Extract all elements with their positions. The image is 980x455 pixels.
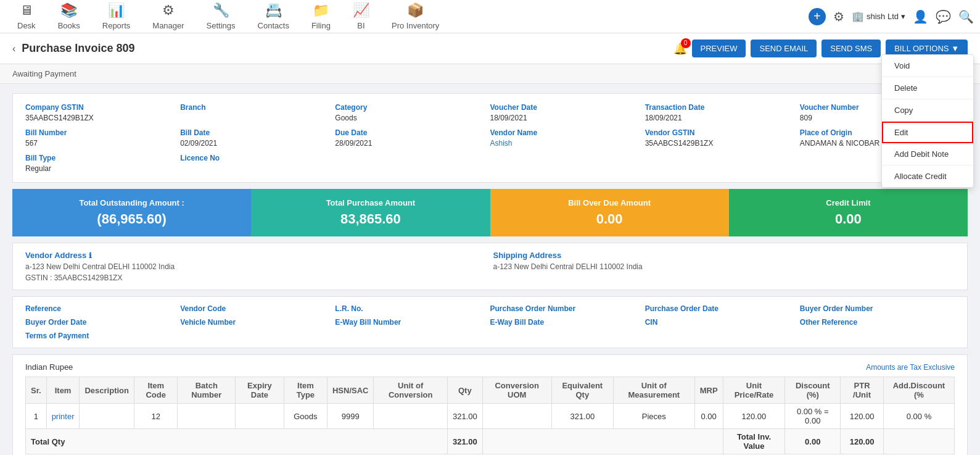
shipping-address-block: Shipping Address a-123 New Delhi Central… bbox=[493, 251, 955, 282]
row-expiry bbox=[236, 404, 284, 429]
notification-badge: 0 bbox=[681, 38, 691, 48]
voucher-date-cell: Voucher Date 18/09/2021 bbox=[490, 103, 645, 122]
row-uom: Pieces bbox=[613, 404, 694, 429]
notification-icon[interactable]: 🔔 0 bbox=[673, 42, 687, 56]
bill-options-dropdown: Void Delete Copy Edit Add Debit Note All… bbox=[881, 54, 974, 188]
purchase-value: 83,865.60 bbox=[263, 211, 477, 227]
eway-bill-label: E-Way Bill Number bbox=[335, 318, 490, 327]
due-date-cell: Due Date 28/09/2021 bbox=[335, 128, 490, 148]
preview-button[interactable]: PREVIEW bbox=[692, 40, 746, 57]
reference-label: Reference bbox=[25, 304, 180, 313]
nav-pro-inventory[interactable]: 📦 Pro Inventory bbox=[381, 2, 450, 30]
vehicle-label: Vehicle Number bbox=[180, 318, 335, 327]
col-hsn: HSN/SAC bbox=[327, 377, 374, 404]
lr-no-label: L.R. No. bbox=[335, 304, 490, 313]
terms-label: Terms of Payment bbox=[25, 332, 955, 340]
buyer-order-date-field: Buyer Order Date bbox=[25, 318, 180, 327]
gear-icon[interactable]: ⚙ bbox=[833, 9, 844, 24]
total-inv-value2: 120.00 bbox=[841, 429, 884, 454]
nav-settings[interactable]: 🔧 Settings bbox=[196, 2, 247, 30]
vendor-address-link[interactable]: Vendor Address ℹ bbox=[25, 251, 487, 260]
nav-bi[interactable]: 📈 BI bbox=[342, 2, 381, 30]
chevron-down-icon[interactable]: ▾ bbox=[901, 12, 905, 21]
add-button[interactable]: + bbox=[809, 8, 826, 25]
desk-icon: 🖥 bbox=[20, 2, 33, 19]
buyer-order-date-label: Buyer Order Date bbox=[25, 318, 180, 327]
col-unit-conv: Unit of Conversion bbox=[374, 377, 447, 404]
nav-manager[interactable]: ⚙ Manager bbox=[141, 2, 195, 30]
row-discount: 0.00 % = 0.00 bbox=[785, 404, 841, 429]
table-tax-note: Amounts are Tax Exclusive bbox=[866, 363, 955, 372]
vendor-name-cell: Vendor Name Ashish bbox=[490, 128, 645, 148]
vehicle-field: Vehicle Number bbox=[180, 318, 335, 327]
licence-no-cell: Licence No bbox=[180, 154, 335, 173]
search-icon[interactable]: 🔍 bbox=[958, 9, 974, 24]
bill-date-value: 02/09/2021 bbox=[180, 139, 335, 148]
credit-card: Credit Limit 0.00 bbox=[729, 189, 968, 236]
col-discount: Discount (%) bbox=[785, 377, 841, 404]
vendor-address-line1: a-123 New Delhi Central DELHI 110002 Ind… bbox=[25, 262, 487, 271]
row-item-code: 12 bbox=[134, 404, 178, 429]
fields-grid-row2: Buyer Order Date Vehicle Number E-Way Bi… bbox=[25, 318, 955, 327]
bill-number-value: 567 bbox=[25, 139, 180, 148]
eway-bill-date-field: E-Way Bill Date bbox=[490, 318, 645, 327]
nav-reports[interactable]: 📊 Reports bbox=[91, 2, 142, 30]
row-mrp: 0.00 bbox=[694, 404, 723, 429]
avatar-icon[interactable]: 👤 bbox=[913, 9, 928, 24]
col-expiry: Expiry Date bbox=[236, 377, 284, 404]
main-content: Company GSTIN 35AABCS1429B1ZX Branch Cat… bbox=[0, 84, 980, 455]
cin-field: CIN bbox=[645, 318, 800, 327]
credit-value: 0.00 bbox=[741, 211, 955, 227]
col-item-code: Item Code bbox=[134, 377, 178, 404]
dropdown-edit[interactable]: Edit bbox=[882, 122, 973, 143]
nav-desk-label: Desk bbox=[17, 21, 36, 30]
bill-number-cell: Bill Number 567 bbox=[25, 128, 180, 148]
dropdown-allocate-credit[interactable]: Allocate Credit bbox=[882, 165, 973, 187]
nav-contacts[interactable]: 📇 Contacts bbox=[247, 2, 300, 30]
manager-icon: ⚙ bbox=[162, 2, 175, 19]
table-section: Indian Rupee Amounts are Tax Exclusive S… bbox=[12, 354, 968, 455]
row-add-discount: 0.00 % bbox=[883, 404, 954, 429]
page-title: Purchase Invoice 809 bbox=[22, 42, 134, 55]
nav-pro-inventory-label: Pro Inventory bbox=[392, 21, 439, 30]
nav-filing[interactable]: 📁 Filing bbox=[300, 2, 342, 30]
dropdown-add-debit-note[interactable]: Add Debit Note bbox=[882, 143, 973, 165]
nav-bi-label: BI bbox=[357, 21, 364, 30]
dropdown-delete[interactable]: Delete bbox=[882, 77, 973, 99]
nav-books[interactable]: 📚 Books bbox=[47, 2, 91, 30]
company-gstin-label: Company GSTIN bbox=[25, 103, 180, 112]
chat-icon[interactable]: 💬 bbox=[936, 9, 951, 24]
nav-desk[interactable]: 🖥 Desk bbox=[6, 2, 47, 30]
send-sms-button[interactable]: SEND SMS bbox=[821, 40, 881, 57]
top-nav: 🖥 Desk 📚 Books 📊 Reports ⚙ Manager 🔧 Set… bbox=[0, 0, 980, 33]
overdue-value: 0.00 bbox=[503, 211, 717, 227]
reference-field: Reference bbox=[25, 304, 180, 313]
due-date-label: Due Date bbox=[335, 128, 490, 137]
purchase-label: Total Purchase Amount bbox=[263, 198, 477, 207]
company-name: 🏢 shish Ltd ▾ bbox=[852, 10, 905, 22]
additional-fields: Reference Vendor Code L.R. No. Purchase … bbox=[12, 296, 968, 348]
vendor-name-value[interactable]: Ashish bbox=[490, 139, 645, 148]
send-email-button[interactable]: SEND EMAIL bbox=[751, 40, 817, 57]
transaction-date-cell: Transaction Date 18/09/2021 bbox=[645, 103, 800, 122]
company-logo: 🏢 bbox=[852, 10, 864, 22]
vendor-address-block: Vendor Address ℹ a-123 New Delhi Central… bbox=[25, 251, 487, 282]
back-button[interactable]: ‹ bbox=[12, 43, 15, 54]
row-item[interactable]: printer bbox=[46, 404, 80, 429]
nav-books-label: Books bbox=[58, 21, 80, 30]
contacts-icon: 📇 bbox=[265, 2, 282, 19]
category-value: Goods bbox=[335, 114, 490, 122]
books-icon: 📚 bbox=[60, 2, 77, 19]
dropdown-void[interactable]: Void bbox=[882, 55, 973, 77]
row-item-type: Goods bbox=[284, 404, 327, 429]
dropdown-copy[interactable]: Copy bbox=[882, 99, 973, 122]
branch-label: Branch bbox=[180, 103, 335, 112]
status-text: Awaiting Payment bbox=[12, 69, 76, 78]
nav-items: 🖥 Desk 📚 Books 📊 Reports ⚙ Manager 🔧 Set… bbox=[6, 2, 809, 30]
col-ptr: PTR /Unit bbox=[841, 377, 884, 404]
voucher-date-label: Voucher Date bbox=[490, 103, 645, 112]
shipping-address-link[interactable]: Shipping Address bbox=[493, 251, 955, 260]
total-qty-value: 321.00 bbox=[447, 429, 482, 454]
page-header: ‹ Purchase Invoice 809 🔔 0 PREVIEW SEND … bbox=[0, 33, 980, 64]
purchase-order-date-field: Purchase Order Date bbox=[645, 304, 800, 313]
